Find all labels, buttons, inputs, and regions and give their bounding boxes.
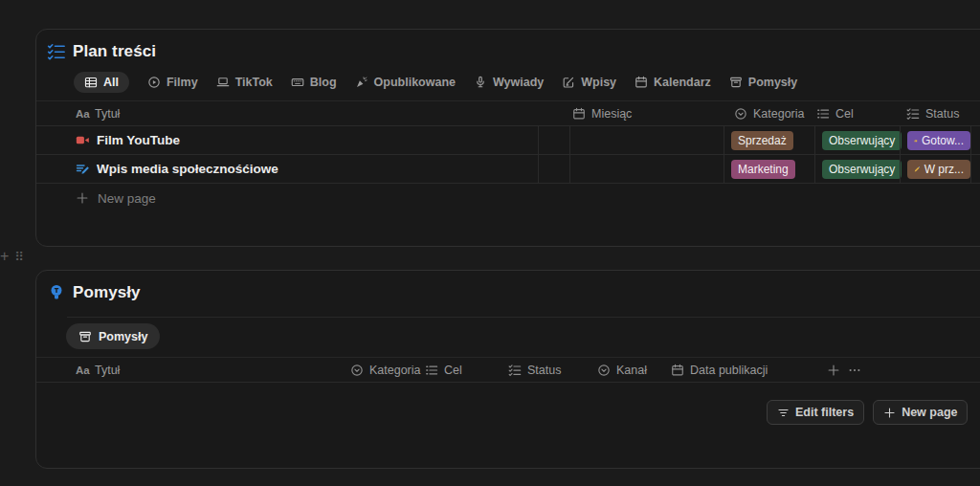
party-popper-icon: [355, 76, 368, 89]
column-label: Kategoria: [753, 107, 805, 121]
plus-icon: [827, 364, 840, 377]
compose-icon: [562, 76, 575, 89]
video-camera-icon: [76, 133, 90, 147]
tag-label: W prz...: [924, 163, 964, 176]
tab-label: Wywiady: [493, 76, 544, 89]
drag-handle-icon[interactable]: ⠿: [14, 250, 23, 264]
new-page-row[interactable]: New page: [76, 184, 980, 212]
archive-box-icon: [729, 76, 743, 89]
column-label: Tytuł: [95, 107, 120, 121]
select-icon: [734, 107, 747, 121]
column-label: Status: [527, 364, 561, 377]
add-block-icon[interactable]: +: [0, 249, 9, 264]
database-plan-tresci: Plan treści All Filmy TikTok Blog Opubli…: [35, 29, 980, 247]
row-title-cell[interactable]: Wpis media społecznośćiowe: [76, 155, 278, 183]
tag-label: Marketing: [738, 163, 789, 176]
tab-opublikowane[interactable]: Opublikowane: [355, 76, 456, 89]
database-pomysly: Pomysły Pomysły Aa Tytuł Kategoria Cel S…: [35, 270, 980, 469]
tag-label: Gotow...: [922, 134, 964, 147]
edit-filters-button[interactable]: Edit filters: [767, 400, 864, 425]
tag-status[interactable]: W prz...: [907, 160, 970, 179]
column-label: Cel: [444, 364, 462, 377]
column-header-cel[interactable]: Cel: [425, 358, 462, 382]
thumbs-up-icon: [914, 135, 918, 146]
tab-pomysly-view[interactable]: Pomysły: [66, 323, 160, 349]
tab-blog[interactable]: Blog: [291, 76, 337, 89]
plus-icon: [883, 407, 896, 419]
column-header-kanal[interactable]: Kanał: [597, 358, 647, 382]
lightbulb-icon: [47, 283, 66, 302]
section1-title-row: Plan treści: [47, 42, 156, 61]
column-header-cel[interactable]: Cel: [816, 101, 854, 125]
tab-label: Pomysły: [99, 330, 147, 343]
column-header-tytul[interactable]: Aa Tytuł: [76, 101, 120, 125]
column-label: Data publikacji: [690, 364, 768, 377]
status-checklist-icon: [906, 107, 920, 121]
tab-label: Blog: [310, 76, 337, 89]
column-header-kategoria[interactable]: Kategoria: [350, 358, 421, 382]
tab-wpisy[interactable]: Wpisy: [562, 76, 616, 89]
section2-title-row: Pomysły: [47, 283, 141, 302]
tab-label: All: [103, 76, 119, 89]
new-page-label: New page: [98, 191, 156, 206]
tab-tiktok[interactable]: TikTok: [216, 76, 273, 89]
list-icon: [816, 107, 830, 121]
table-options-button[interactable]: [848, 358, 861, 382]
column-label: Status: [925, 107, 959, 121]
table-header: Aa Tytuł Kategoria Cel Status Kanał Data…: [36, 357, 980, 383]
table-header: Aa Tytuł Miesiąc Kategoria Cel Status: [36, 100, 980, 126]
play-icon: [147, 76, 161, 89]
tag-label: Obserwujący: [829, 163, 895, 176]
column-header-tytul[interactable]: Aa Tytuł: [76, 358, 120, 382]
view-tabs: All Filmy TikTok Blog Opublikowane Wywia…: [74, 69, 797, 95]
tab-label: Pomysły: [748, 76, 797, 89]
tag-cel[interactable]: Obserwujący: [822, 160, 902, 179]
empty-state-actions: Edit filters New page: [767, 400, 968, 425]
column-label: Kategoria: [369, 364, 421, 377]
row-title-cell[interactable]: Film YouTube: [76, 126, 180, 154]
more-options-icon: [848, 364, 861, 377]
calendar-icon: [572, 107, 586, 121]
page-title: Film YouTube: [97, 133, 180, 147]
tag-cel[interactable]: Obserwujący: [822, 131, 902, 150]
section1-title[interactable]: Plan treści: [73, 42, 156, 61]
column-header-status[interactable]: Status: [508, 358, 561, 382]
divider: [67, 317, 980, 318]
tab-label: Wpisy: [581, 76, 616, 89]
button-label: New page: [902, 406, 957, 419]
tag-kategoria[interactable]: Marketing: [731, 160, 795, 179]
tag-status[interactable]: Gotow...: [907, 131, 970, 150]
column-label: Cel: [835, 107, 854, 121]
keyboard-icon: [291, 76, 304, 89]
tag-label: Sprzedaż: [738, 134, 787, 147]
add-property-button[interactable]: [827, 358, 840, 382]
table-row[interactable]: Film YouTube Sprzedaż Obserwujący Gotow.…: [36, 126, 980, 155]
section2-title[interactable]: Pomysły: [73, 283, 141, 302]
column-header-data-publikacji[interactable]: Data publikacji: [671, 358, 768, 382]
new-page-button[interactable]: New page: [873, 400, 968, 425]
tab-filmy[interactable]: Filmy: [147, 76, 198, 89]
table-view-icon: [84, 76, 98, 89]
column-header-miesiac[interactable]: Miesiąc: [572, 101, 632, 125]
tab-pomysly[interactable]: Pomysły: [729, 76, 797, 89]
calendar-icon: [671, 364, 684, 377]
laptop-icon: [216, 76, 230, 89]
column-header-kategoria[interactable]: Kategoria: [734, 101, 805, 125]
microphone-icon: [474, 76, 487, 89]
tab-wywiady[interactable]: Wywiady: [474, 76, 544, 89]
column-label: Tytuł: [95, 364, 120, 377]
status-checklist-icon: [508, 364, 522, 377]
button-label: Edit filters: [795, 406, 854, 419]
column-header-status[interactable]: Status: [906, 101, 959, 125]
tab-all[interactable]: All: [74, 72, 129, 93]
plus-icon: [76, 191, 89, 205]
column-label: Kanał: [616, 364, 647, 377]
social-post-icon: [76, 162, 90, 176]
table-row[interactable]: Wpis media społecznośćiowe Marketing Obs…: [36, 155, 980, 184]
tag-kategoria[interactable]: Sprzedaż: [731, 131, 793, 150]
filter-icon: [777, 407, 790, 419]
text-type-icon: Aa: [76, 107, 89, 121]
tab-label: TikTok: [235, 76, 273, 89]
tab-kalendarz[interactable]: Kalendarz: [635, 76, 711, 89]
list-icon: [425, 364, 438, 377]
